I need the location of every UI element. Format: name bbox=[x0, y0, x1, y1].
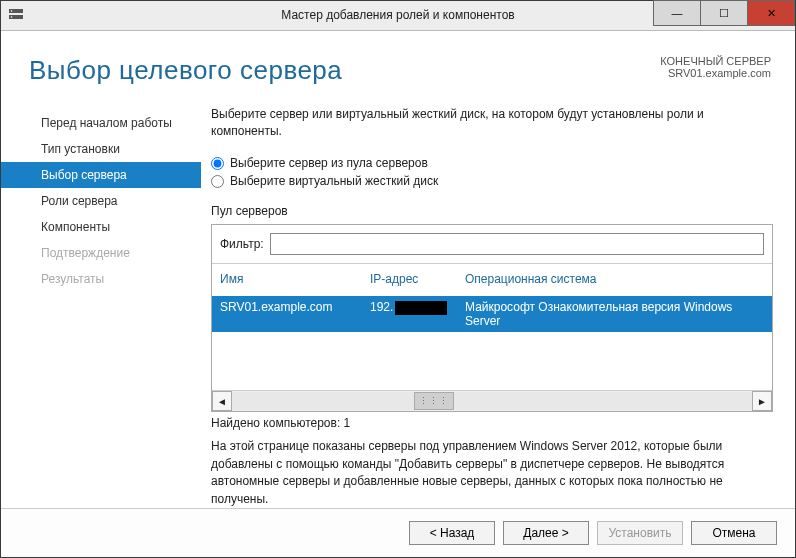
scroll-thumb[interactable]: ⋮⋮⋮ bbox=[414, 392, 454, 410]
radio-server-pool[interactable]: Выберите сервер из пула серверов bbox=[211, 156, 773, 170]
wizard-body: Выбор целевого сервера КОНЕЧНЫЙ СЕРВЕР S… bbox=[1, 31, 795, 557]
wizard-window: Мастер добавления ролей и компонентов — … bbox=[0, 0, 796, 558]
maximize-button[interactable]: ☐ bbox=[700, 0, 748, 26]
title-bar: Мастер добавления ролей и компонентов — … bbox=[1, 1, 795, 31]
step-server-roles[interactable]: Роли сервера bbox=[1, 188, 201, 214]
destination-info: КОНЕЧНЫЙ СЕРВЕР SRV01.example.com bbox=[660, 55, 771, 79]
cell-server-name: SRV01.example.com bbox=[220, 300, 370, 328]
wizard-steps-sidebar: Перед началом работы Тип установки Выбор… bbox=[1, 98, 201, 508]
server-table-header: Имя IP-адрес Операционная система bbox=[212, 264, 772, 296]
content-pane: Выберите сервер или виртуальный жесткий … bbox=[201, 98, 777, 508]
install-button: Установить bbox=[597, 521, 683, 545]
wizard-footer: < Назад Далее > Установить Отмена bbox=[1, 508, 795, 557]
server-pool-box: Фильтр: Имя IP-адрес Операционная систем… bbox=[211, 224, 773, 412]
ip-redacted bbox=[395, 301, 447, 315]
ip-prefix: 192. bbox=[370, 300, 393, 314]
step-server-selection[interactable]: Выбор сервера bbox=[1, 162, 201, 188]
server-table-empty-area bbox=[212, 332, 772, 390]
radio-server-pool-label: Выберите сервер из пула серверов bbox=[230, 156, 428, 170]
step-features[interactable]: Компоненты bbox=[1, 214, 201, 240]
scroll-right-arrow-icon[interactable]: ► bbox=[752, 391, 772, 411]
column-os[interactable]: Операционная система bbox=[465, 272, 764, 286]
scroll-left-arrow-icon[interactable]: ◄ bbox=[212, 391, 232, 411]
server-row-selected[interactable]: SRV01.example.com 192. Майкрософт Ознако… bbox=[212, 296, 772, 332]
page-note: На этой странице показаны серверы под уп… bbox=[211, 438, 773, 508]
step-confirmation: Подтверждение bbox=[1, 240, 201, 266]
server-manager-icon bbox=[1, 6, 31, 25]
cancel-button[interactable]: Отмена bbox=[691, 521, 777, 545]
destination-label: КОНЕЧНЫЙ СЕРВЕР bbox=[660, 55, 771, 67]
column-name[interactable]: Имя bbox=[220, 272, 370, 286]
header-row: Выбор целевого сервера КОНЕЧНЫЙ СЕРВЕР S… bbox=[1, 31, 795, 98]
radio-vhd-input[interactable] bbox=[211, 175, 224, 188]
back-button[interactable]: < Назад bbox=[409, 521, 495, 545]
radio-vhd[interactable]: Выберите виртуальный жесткий диск bbox=[211, 174, 773, 188]
page-description: Выберите сервер или виртуальный жесткий … bbox=[211, 106, 773, 141]
svg-point-2 bbox=[11, 10, 13, 12]
page-title: Выбор целевого сервера bbox=[29, 55, 342, 86]
computers-found-label: Найдено компьютеров: 1 bbox=[211, 416, 773, 430]
step-before-you-begin[interactable]: Перед началом работы bbox=[1, 110, 201, 136]
cell-server-ip: 192. bbox=[370, 300, 465, 328]
horizontal-scrollbar[interactable]: ◄ ⋮⋮⋮ ► bbox=[212, 390, 772, 411]
filter-row: Фильтр: bbox=[212, 225, 772, 264]
column-ip[interactable]: IP-адрес bbox=[370, 272, 465, 286]
step-results: Результаты bbox=[1, 266, 201, 292]
scroll-track[interactable]: ⋮⋮⋮ bbox=[232, 392, 752, 410]
step-installation-type[interactable]: Тип установки bbox=[1, 136, 201, 162]
cell-server-os: Майкрософт Ознакомительная версия Window… bbox=[465, 300, 764, 328]
window-controls: — ☐ ✕ bbox=[654, 4, 795, 26]
filter-input[interactable] bbox=[270, 233, 764, 255]
next-button[interactable]: Далее > bbox=[503, 521, 589, 545]
close-button[interactable]: ✕ bbox=[747, 0, 795, 26]
main-area: Перед началом работы Тип установки Выбор… bbox=[1, 98, 795, 508]
svg-point-3 bbox=[11, 16, 13, 18]
destination-server: SRV01.example.com bbox=[660, 67, 771, 79]
radio-vhd-label: Выберите виртуальный жесткий диск bbox=[230, 174, 438, 188]
minimize-button[interactable]: — bbox=[653, 0, 701, 26]
radio-server-pool-input[interactable] bbox=[211, 157, 224, 170]
selection-radios: Выберите сервер из пула серверов Выберит… bbox=[211, 152, 773, 192]
server-pool-label: Пул серверов bbox=[211, 204, 773, 218]
filter-label: Фильтр: bbox=[220, 237, 264, 251]
